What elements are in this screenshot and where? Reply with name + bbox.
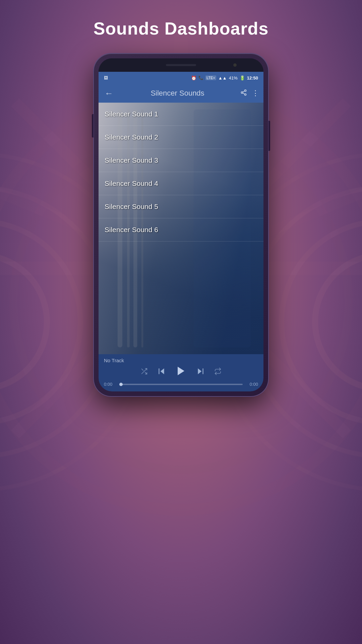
phone-notch xyxy=(99,58,263,72)
progress-thumb[interactable] xyxy=(119,383,123,386)
svg-line-33 xyxy=(142,369,143,371)
phone-device: 🖼 ⏰ 📞 LTE+ ▲▲ 41% 🔋 12:50 ← Silencer Sou… xyxy=(94,54,268,396)
phone-outer-shell: 🖼 ⏰ 📞 LTE+ ▲▲ 41% 🔋 12:50 ← Silencer Sou… xyxy=(94,54,268,396)
repeat-button[interactable] xyxy=(214,368,222,377)
more-menu-button[interactable]: ⋮ xyxy=(252,89,259,98)
status-bar: 🖼 ⏰ 📞 LTE+ ▲▲ 41% 🔋 12:50 xyxy=(99,72,263,84)
back-button[interactable]: ← xyxy=(103,87,115,100)
battery-percent: 41% xyxy=(229,75,238,80)
signal-bars: ▲▲ xyxy=(218,75,227,80)
call-icon: 📞 xyxy=(198,75,203,80)
notification-icon: 🖼 xyxy=(104,75,108,80)
battery-icon: 🔋 xyxy=(240,75,245,80)
time-end: 0:00 xyxy=(246,382,258,387)
sound-item-6[interactable]: Silencer Sound 6 xyxy=(99,218,263,241)
svg-marker-37 xyxy=(198,368,201,374)
sound-item-1[interactable]: Silencer Sound 1 xyxy=(99,103,263,126)
svg-line-25 xyxy=(243,91,245,92)
sound-item-3[interactable]: Silencer Sound 3 xyxy=(99,149,263,172)
svg-marker-36 xyxy=(178,367,184,375)
svg-marker-34 xyxy=(161,368,164,374)
player-controls xyxy=(104,365,258,379)
header-action-icons: ⋮ xyxy=(240,89,259,98)
lte-badge: LTE+ xyxy=(205,75,216,80)
clock: 12:50 xyxy=(247,75,258,80)
app-header: ← Silencer Sounds ⋮ xyxy=(99,84,263,103)
sound-item-2[interactable]: Silencer Sound 2 xyxy=(99,126,263,149)
page-title: Sounds Dashboards xyxy=(0,18,362,39)
sound-item-4[interactable]: Silencer Sound 4 xyxy=(99,172,263,195)
previous-button[interactable] xyxy=(157,367,166,378)
status-left: 🖼 xyxy=(104,75,108,80)
phone-screen: 🖼 ⏰ 📞 LTE+ ▲▲ 41% 🔋 12:50 ← Silencer Sou… xyxy=(99,58,263,391)
speaker-grille xyxy=(166,64,196,66)
svg-line-24 xyxy=(243,93,245,94)
sound-list-area: Silencer Sound 1 Silencer Sound 2 Silenc… xyxy=(99,103,263,354)
alarm-icon: ⏰ xyxy=(191,75,196,80)
front-camera xyxy=(233,63,237,67)
time-start: 0:00 xyxy=(104,382,116,387)
share-button[interactable] xyxy=(240,89,247,98)
media-player-bar: No Track xyxy=(99,354,263,391)
sound-item-5[interactable]: Silencer Sound 5 xyxy=(99,195,263,218)
shuffle-button[interactable] xyxy=(140,368,148,377)
app-header-title: Silencer Sounds xyxy=(118,89,237,98)
player-time-row: 0:00 0:00 xyxy=(104,382,258,387)
status-right: ⏰ 📞 LTE+ ▲▲ 41% 🔋 12:50 xyxy=(191,75,258,80)
next-button[interactable] xyxy=(196,367,205,378)
progress-bar[interactable] xyxy=(119,384,243,385)
no-track-label: No Track xyxy=(104,358,258,363)
play-button[interactable] xyxy=(175,365,187,379)
